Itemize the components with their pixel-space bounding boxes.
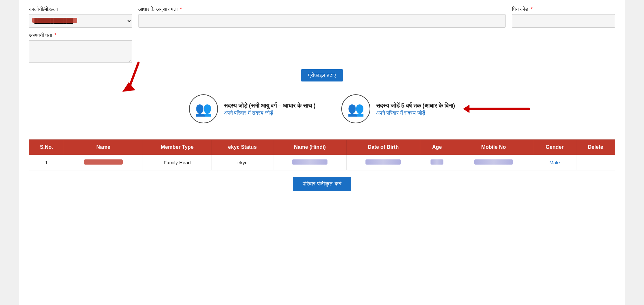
colony-label: कालोनी/मोहल्ला bbox=[29, 6, 132, 12]
svg-marker-1 bbox=[122, 82, 135, 92]
colony-select[interactable]: ████████████ bbox=[29, 14, 132, 28]
cell-name bbox=[64, 155, 143, 170]
col-gender: Gender bbox=[533, 140, 576, 155]
pin-code-label: पिन कोड * bbox=[512, 6, 615, 12]
col-name: Name bbox=[64, 140, 143, 155]
col-ekyc: ekyc Status bbox=[212, 140, 273, 155]
right-arrow-annotation bbox=[461, 101, 532, 117]
col-sno: S.No. bbox=[29, 140, 64, 155]
add-member-without-aadhar-card: 👥 सदस्य जोड़ें 5 वर्ष तक (आधार के बिना) … bbox=[341, 94, 455, 123]
add-member-with-aadhar-title: सदस्य जोड़ें (सभी आयु वर्ग – आधार के साथ… bbox=[224, 102, 316, 110]
table-header-row: S.No. Name Member Type ekyc Status Name … bbox=[29, 140, 615, 155]
col-dob: Date of Birth bbox=[346, 140, 420, 155]
family-members-table-section: S.No. Name Member Type ekyc Status Name … bbox=[29, 139, 615, 170]
svg-line-0 bbox=[129, 63, 138, 89]
add-member-with-aadhar-link[interactable]: अपने परिवार में सदस्य जोड़ें bbox=[224, 110, 273, 116]
cell-ekyc: ekyc bbox=[212, 155, 273, 170]
table-row: 1 Family Head ekyc bbox=[29, 155, 615, 170]
col-name-hindi: Name (Hindi) bbox=[273, 140, 346, 155]
cell-delete bbox=[576, 155, 615, 170]
cell-gender: Male bbox=[533, 155, 576, 170]
col-mobile: Mobile No bbox=[454, 140, 533, 155]
col-age: Age bbox=[420, 140, 454, 155]
add-member-without-aadhar-title: सदस्य जोड़ें 5 वर्ष तक (आधार के बिना) bbox=[376, 102, 455, 110]
temp-address-label: अस्थायी पता * bbox=[29, 33, 615, 38]
register-family-button[interactable]: परिवार पंजीकृत करें bbox=[293, 177, 351, 191]
col-delete: Delete bbox=[576, 140, 615, 155]
col-member-type: Member Type bbox=[143, 140, 212, 155]
family-members-table: S.No. Name Member Type ekyc Status Name … bbox=[29, 139, 615, 170]
remove-profile-button[interactable]: प्रोफ़ाइल हटाएं bbox=[301, 69, 343, 81]
cell-age bbox=[420, 155, 454, 170]
aadhar-address-label: आधार के अनुसार पता * bbox=[138, 6, 506, 12]
pin-code-input[interactable] bbox=[512, 14, 615, 28]
member-icon-without-aadhar: 👥 bbox=[341, 94, 370, 123]
cell-name-hindi bbox=[273, 155, 346, 170]
add-member-without-aadhar-link[interactable]: अपने परिवार में सदस्य जोड़ें bbox=[376, 110, 425, 116]
temp-address-input[interactable] bbox=[29, 40, 132, 63]
aadhar-address-input[interactable] bbox=[138, 14, 506, 28]
cell-mobile bbox=[454, 155, 533, 170]
svg-marker-3 bbox=[463, 105, 469, 113]
cell-dob bbox=[346, 155, 420, 170]
cell-member-type: Family Head bbox=[143, 155, 212, 170]
add-member-with-aadhar-card: 👥 सदस्य जोड़ें (सभी आयु वर्ग – आधार के स… bbox=[189, 94, 316, 123]
cell-sno: 1 bbox=[29, 155, 64, 170]
member-icon-with-aadhar: 👥 bbox=[189, 94, 218, 123]
